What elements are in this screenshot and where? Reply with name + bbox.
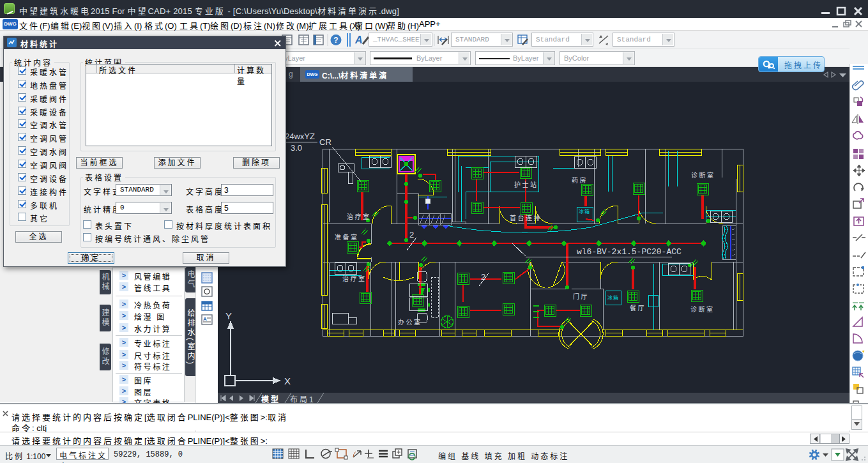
svg-text:?: ?: [333, 36, 338, 45]
svg-text:CR: CR: [319, 137, 331, 147]
svg-text:餐厅: 餐厅: [630, 304, 646, 312]
svg-text:护士站: 护士站: [514, 181, 538, 188]
svg-text:X: X: [284, 376, 291, 386]
svg-text:治疗室: 治疗室: [342, 275, 367, 282]
svg-text:首台连排: 首台连排: [510, 214, 542, 222]
svg-text:wl6-BV-2x1.5-PC20-ACC: wl6-BV-2x1.5-PC20-ACC: [577, 247, 681, 257]
svg-text:诊断室: 诊断室: [691, 171, 715, 179]
svg-text:Y: Y: [225, 310, 232, 321]
svg-text:诊断室: 诊断室: [690, 305, 715, 313]
svg-text:A: A: [203, 316, 207, 322]
svg-text:冰箱: 冰箱: [579, 208, 590, 215]
svg-text:药房: 药房: [572, 176, 588, 184]
svg-text:冰箱: 冰箱: [607, 294, 619, 301]
svg-text:A: A: [354, 34, 363, 45]
svg-text:3.0: 3.0: [291, 143, 302, 153]
svg-text:2: 2: [409, 230, 414, 239]
svg-text:准备室: 准备室: [335, 233, 359, 241]
svg-text:门厅: 门厅: [573, 292, 589, 300]
svg-text:办公室: 办公室: [398, 318, 422, 326]
svg-text:24wxYZ: 24wxYZ: [285, 132, 315, 141]
svg-text:治疗室: 治疗室: [347, 213, 371, 220]
